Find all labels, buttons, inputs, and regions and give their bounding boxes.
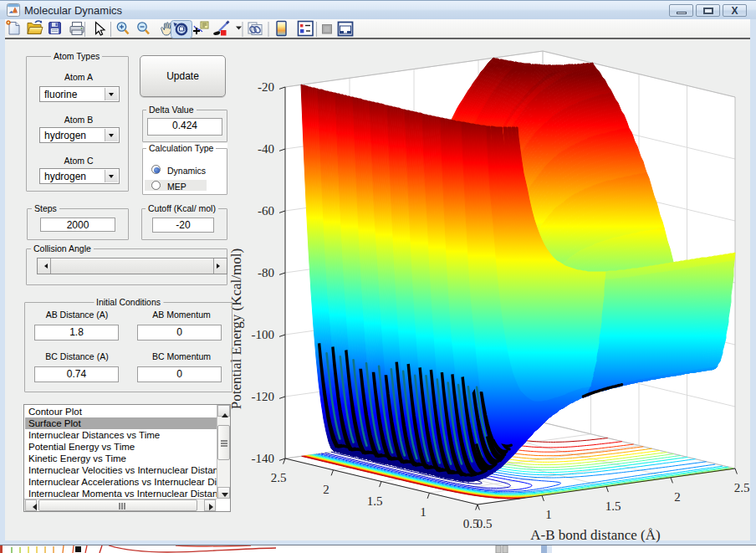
svg-text:2.5: 2.5 [271,471,287,484]
svg-text:-80: -80 [258,266,274,279]
svg-text:2: 2 [674,490,681,504]
svg-text:-100: -100 [252,328,275,341]
svg-text:1.5: 1.5 [605,499,621,513]
svg-text:1: 1 [545,508,552,521]
svg-text:1: 1 [420,505,427,519]
svg-text:1.5: 1.5 [367,494,383,508]
svg-text:-120: -120 [252,390,275,403]
svg-text:-40: -40 [258,142,274,156]
svg-text:2: 2 [323,483,329,496]
svg-text:-60: -60 [258,204,274,218]
svg-text:2.5: 2.5 [734,481,750,494]
svg-text:-140: -140 [252,452,275,465]
svg-text:-20: -20 [258,80,274,94]
svg-text:A-B bond distance (Å): A-B bond distance (Å) [530,527,660,543]
svg-text:0.5: 0.5 [477,517,493,530]
